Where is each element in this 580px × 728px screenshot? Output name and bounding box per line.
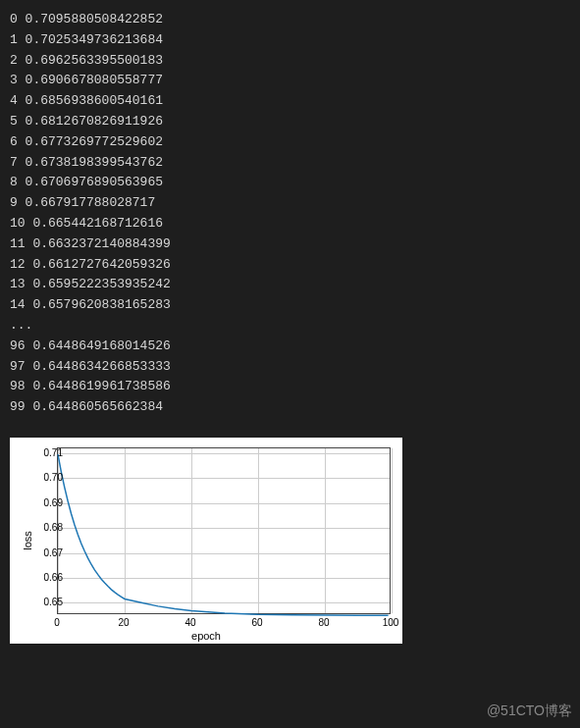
watermark: @51CTO博客	[487, 702, 572, 720]
console-line: 1 0.7025349736213684	[10, 30, 575, 51]
ellipsis-line: ...	[10, 316, 575, 337]
console-line: 2 0.6962563395500183	[10, 51, 575, 72]
console-output: 0 0.70958805084228521 0.7025349736213684…	[0, 0, 580, 428]
x-tick-label: 0	[54, 617, 60, 628]
x-tick-label: 40	[185, 617, 195, 628]
console-line: 8 0.6706976890563965	[10, 173, 575, 193]
x-tick-label: 20	[118, 617, 129, 628]
console-line: 98 0.6448619961738586	[10, 377, 575, 397]
y-tick-label: 0.66	[44, 571, 63, 582]
y-tick-label: 0.67	[44, 546, 63, 557]
console-line: 5 0.6812670826911926	[10, 112, 575, 132]
console-line: 4 0.6856938600540161	[10, 91, 575, 112]
console-line: 97 0.6448634266853333	[10, 357, 575, 378]
x-tick-label: 60	[251, 617, 262, 628]
console-line: 96 0.6448649168014526	[10, 337, 575, 357]
y-tick-label: 0.71	[44, 447, 63, 458]
console-line: 6 0.6773269772529602	[10, 132, 575, 153]
x-axis-label: epoch	[191, 630, 221, 642]
loss-chart: loss 0.650.660.670.680.690.700.71 020406…	[10, 438, 402, 644]
loss-curve	[58, 448, 390, 613]
console-line: 10 0.665442168712616	[10, 214, 575, 234]
y-tick-label: 0.68	[44, 522, 63, 533]
plot-area	[57, 447, 391, 614]
y-tick-label: 0.65	[44, 597, 63, 607]
console-line: 12 0.6612727642059326	[10, 255, 575, 276]
console-line: 14 0.6579620838165283	[10, 295, 575, 316]
console-line: 0 0.7095880508422852	[10, 10, 575, 30]
console-line: 99 0.644860565662384	[10, 397, 575, 418]
y-tick-label: 0.70	[44, 472, 63, 483]
x-tick-label: 80	[318, 617, 329, 628]
y-axis-label: loss	[22, 531, 33, 550]
x-tick-label: 100	[383, 617, 399, 628]
console-line: 3 0.6906678080558777	[10, 71, 575, 91]
console-line: 9 0.667917788028717	[10, 193, 575, 214]
gridline	[392, 448, 393, 613]
y-tick-label: 0.69	[44, 496, 63, 507]
console-line: 13 0.6595222353935242	[10, 275, 575, 295]
console-line: 7 0.6738198399543762	[10, 153, 575, 174]
console-line: 11 0.6632372140884399	[10, 234, 575, 255]
